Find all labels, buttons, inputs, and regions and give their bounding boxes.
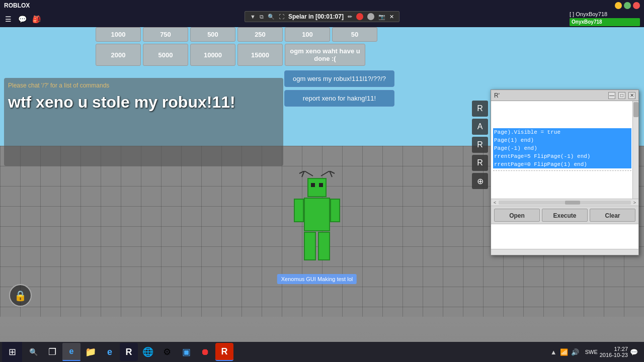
code-line-1: Page).Visible = true (493, 128, 631, 136)
side-icon-4[interactable]: R (472, 155, 488, 171)
window-controls (615, 2, 640, 9)
search-taskbar-icon[interactable]: 🔍 (24, 343, 42, 361)
close-button[interactable] (633, 2, 640, 9)
taskbar-icons: 🔍 ❐ e 📁 e R 🌐 ⚙ ▣ ⏺ R (22, 343, 548, 361)
btn-750[interactable]: 750 (143, 27, 188, 42)
blue-icon[interactable]: ▣ (177, 343, 195, 361)
editor-vscrollbar[interactable] (632, 101, 638, 199)
svg-rect-11 (331, 199, 340, 222)
pencil-icon[interactable]: ✏ (348, 14, 352, 20)
player-name-label: OnyxBoy718 (572, 18, 602, 26)
execute-button[interactable]: Execute (542, 209, 588, 222)
editor-buttons: Open Execute Clear (491, 206, 638, 224)
clear-button[interactable]: Clear (590, 209, 635, 222)
editor-code-area[interactable]: Page).Visible = true Page(1) end) Page(-… (491, 101, 638, 199)
rec-close-icon[interactable]: ✕ (389, 14, 394, 20)
btn-50[interactable]: 50 (332, 27, 377, 42)
minimize-button[interactable] (615, 2, 622, 9)
hscroll-track (499, 201, 630, 205)
svg-line-0 (304, 171, 313, 176)
side-icon-3[interactable]: R (472, 137, 488, 153)
btn-2000[interactable]: 2000 (96, 44, 141, 66)
btn-chat1[interactable]: ogm xeno waht have u done :( (285, 44, 365, 66)
player-entry-header: [ ] OnyxBoy718 (570, 11, 640, 17)
rec-cam-icon[interactable]: 📷 (378, 14, 385, 20)
svg-rect-13 (318, 232, 330, 260)
editor-output-scrollbar[interactable] (491, 249, 638, 255)
open-button[interactable]: Open (494, 209, 540, 222)
notifications-icon[interactable]: 💬 (630, 348, 638, 356)
taskbar-right: SWE 17:27 2016-10-23 💬 (581, 346, 642, 358)
roblox1-taskbar-icon[interactable]: R (120, 343, 138, 361)
chat-options: ogm wers my robux!111l1?/??/? report xen… (284, 70, 394, 107)
roblox2-taskbar-icon[interactable]: R (215, 343, 233, 361)
edge-taskbar-icon[interactable]: e (62, 343, 80, 361)
start-button[interactable]: ⊞ (2, 342, 22, 362)
btn-15000[interactable]: 15000 (237, 44, 283, 66)
editor-maximize-button[interactable]: □ (618, 92, 625, 99)
player-health-bar: OnyxBoy718 (570, 18, 640, 26)
character: Xenomus GUI Making test lol (287, 171, 347, 282)
task-view-taskbar-icon[interactable]: ❐ (43, 343, 61, 361)
ie-taskbar-icon[interactable]: e (101, 343, 119, 361)
rec-stop-icon[interactable] (356, 13, 363, 20)
clock-time: 17:27 (600, 346, 628, 352)
editor-hscrollbar[interactable]: < > (491, 199, 638, 206)
chrome-taskbar-icon[interactable]: 🌐 (139, 343, 157, 361)
red-rec-taskbar-icon[interactable]: ⏺ (196, 343, 214, 361)
settings-taskbar-icon[interactable]: ⚙ (158, 343, 176, 361)
recording-timer: Spelar in [00:01:07] (288, 13, 344, 20)
editor-minimize-button[interactable]: — (608, 92, 615, 99)
code-line-4: Page(-1) end) (493, 144, 631, 152)
recording-bar: ▼ ⧉ 🔍 ⛶ Spelar in [00:01:07] ✏ 📷 ✕ (245, 11, 399, 22)
svg-rect-8 (319, 183, 323, 187)
hscroll-thumb[interactable] (565, 201, 580, 205)
tray-expand-icon[interactable]: ▲ (550, 348, 557, 356)
roblox-side-icons: R A R R ⊕ (472, 101, 488, 189)
btn-250[interactable]: 250 (237, 27, 283, 42)
chat-message: wtf xeno u stole my robux!11! (8, 93, 279, 112)
tray-network-icon[interactable]: 📶 (560, 348, 568, 356)
copy-icon: ⧉ (260, 14, 264, 20)
side-icon-1[interactable]: R (472, 101, 488, 117)
code-line-5: rrentPage=5 FlipPage(-1) end) (493, 152, 631, 160)
editor-output (491, 224, 638, 249)
chat-area: Please chat '/?' for a list of commands … (4, 78, 283, 166)
folder-taskbar-icon[interactable]: 📁 (82, 343, 100, 361)
side-icon-5[interactable]: ⊕ (472, 173, 488, 189)
arrow-down-icon: ▼ (250, 14, 256, 20)
svg-rect-9 (304, 198, 330, 231)
character-label: Xenomus GUI Making test lol (277, 274, 357, 284)
game-buttons-panel: 1000 750 500 250 100 50 2000 5000 10000 … (96, 27, 377, 66)
svg-rect-7 (311, 183, 315, 187)
btn-100[interactable]: 100 (285, 27, 330, 42)
title-bar: ROBLOX (0, 0, 644, 11)
editor-body: Page).Visible = true Page(1) end) Page(-… (491, 101, 638, 255)
editor-close-button[interactable]: ✕ (628, 92, 635, 99)
player-list: [ ] OnyxBoy718 OnyxBoy718 (570, 11, 640, 26)
btn-1000[interactable]: 1000 (96, 27, 141, 42)
hscroll-right-arrow[interactable]: > (632, 200, 637, 205)
side-icon-2[interactable]: A (472, 119, 488, 135)
chat-option-1[interactable]: ogm wers my robux!111l1?/??/? (284, 70, 394, 87)
btn-500[interactable]: 500 (190, 27, 235, 42)
player-header-label: [ ] OnyxBoy718 (570, 11, 607, 17)
svg-rect-6 (308, 178, 326, 197)
chat-icon[interactable]: 💬 (16, 13, 28, 25)
editor-vscrollbar-thumb[interactable] (633, 102, 638, 117)
btn-10000[interactable]: 10000 (190, 44, 235, 66)
editor-title: R' (494, 92, 605, 99)
taskbar-tray: ▲ 📶 🔊 (548, 348, 581, 356)
taskbar-clock: 17:27 2016-10-23 (600, 346, 628, 358)
tray-volume-icon[interactable]: 🔊 (571, 348, 579, 356)
clock-date: 2016-10-23 (600, 352, 628, 358)
menu-icon[interactable]: ☰ (2, 13, 14, 25)
rec-pause-icon[interactable] (367, 13, 374, 20)
editor-titlebar: R' — □ ✕ (491, 90, 638, 101)
btn-5000[interactable]: 5000 (143, 44, 188, 66)
hscroll-left-arrow[interactable]: < (492, 200, 498, 205)
lock-icon[interactable]: 🔒 (9, 284, 32, 307)
chat-option-2[interactable]: report xeno for hakng!11! (284, 90, 394, 107)
maximize-button[interactable] (624, 2, 631, 9)
bag-icon[interactable]: 🎒 (30, 13, 42, 25)
